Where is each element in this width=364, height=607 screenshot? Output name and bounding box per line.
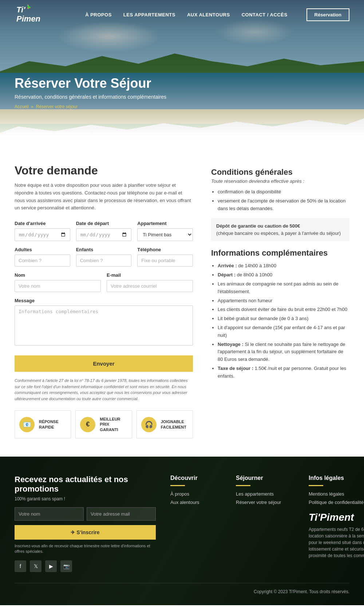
footer-link-mentions[interactable]: Mentions légales [309,491,364,497]
departure-input[interactable] [76,228,132,241]
name-input[interactable] [15,280,101,292]
phone-label: Téléphone [137,247,193,252]
main-content: Votre demande Notre équipe est à votre d… [0,146,364,457]
footer-link-apropos[interactable]: À propos [170,491,221,497]
newsletter-name-input[interactable] [15,507,84,521]
apartment-select[interactable]: Ti Piment bas Ti Piment haut [137,228,193,241]
footer-legal-title: Infos légales [309,475,364,481]
footer-logo-text: Ti'Piment [309,512,354,523]
form-row-people: Adultes Enfants Téléphone [15,247,193,267]
breadcrumb-home[interactable]: Accueil [15,104,29,109]
prix-icon: € [80,417,95,432]
apartment-label: Appartement [137,221,193,226]
social-instagram[interactable]: 📷 [60,560,72,572]
nav-a-propos[interactable]: À PROPOS [85,12,112,17]
form-section: Votre demande Notre équipe est à votre d… [15,164,193,438]
email-input[interactable] [107,280,193,292]
caution-detail: (chèque bancaire ou espèces, à payer à l… [216,230,341,236]
adults-group: Adultes [15,247,70,267]
caution-box: Dépôt de garantie ou caution de 500€ (ch… [211,218,349,241]
children-label: Enfants [76,247,132,252]
footer-grid: Recevez nos actualités et nos promotions… [15,475,349,572]
info-item: Nettoyage : Si le client ne souhaite pas… [218,341,349,363]
adults-input[interactable] [15,255,70,267]
copyright-text: Copyright © 2023 Ti'Piment. Tous droits … [254,589,349,594]
footer-legal-underline [309,485,323,486]
message-group: Message [15,298,193,347]
social-icons: f 𝕏 ▶ 📷 [15,560,156,572]
newsletter-subscribe-button[interactable]: ✈ S'inscrire [15,525,156,540]
info-item: Départ : de 8h00 à 10h00 [218,271,349,279]
name-label: Nom [15,272,101,278]
footer-link-alentours[interactable]: Aux alentours [170,500,221,505]
social-facebook[interactable]: f [15,560,26,572]
joignable-text: JOIGNABLE FACILEMENT [161,419,186,430]
condition-item: confirmation de la disponibilité [218,188,349,196]
legal-text: Conformément à l'article 27 de la loi n°… [15,378,193,402]
icon-card-joignable: 🎧 JOIGNABLE FACILEMENT [136,410,193,438]
social-youtube[interactable]: ▶ [45,560,57,572]
submit-button[interactable]: Envoyer [15,355,193,372]
site-logo[interactable]: Ti' Piment [15,1,44,28]
nav-contact-acces[interactable]: CONTACT / ACCÈS [242,12,288,17]
footer-link-confidentialite[interactable]: Politique de confidentialité [309,500,364,505]
phone-group: Téléphone [137,247,193,267]
form-row-identity: Nom E-mail [15,272,193,292]
footer-brand-desc: Appartements neufs T2 de 60m² en locatio… [309,526,364,559]
children-input[interactable] [76,255,132,267]
apartment-group: Appartement Ti Piment bas Ti Piment haut [137,221,193,241]
form-row-dates: Date d'arrivée Date de départ Appartemen… [15,221,193,241]
email-group: E-mail [107,272,193,292]
reponse-icon: 📧 [19,417,35,432]
footer-sejourner-underline [236,485,250,486]
nav-aux-alentours[interactable]: AUX ALENTOURS [187,12,230,17]
info-item: Les clients doivent éviter de faire du b… [218,306,349,314]
arrival-input[interactable] [15,228,70,241]
newsletter-note: Inscrivez-vous afin de recevoir chaque t… [15,543,156,555]
breadcrumb-current: Réserver votre séjour [36,104,78,109]
footer-newsletter: Recevez nos actualités et nos promotions… [15,475,156,572]
form-row-message: Message [15,298,193,347]
icon-card-reponse: 📧 RÉPONSE RAPIDE [15,410,71,438]
newsletter-no-spam: 100% garanti sans spam ! [15,496,156,501]
footer-link-appartements[interactable]: Les appartements [236,491,294,497]
departure-group: Date de départ [76,221,132,241]
hero-content: Réserver Votre Séjour Réservation, condi… [15,76,349,109]
footer-decouvrir: Découvrir À propos Aux alentours [170,475,221,572]
nav-les-appartements[interactable]: LES APPARTEMENTS [123,12,175,17]
hero-title: Réserver Votre Séjour [15,76,349,91]
info-title: Informations complémentaires [211,248,349,258]
info-item: Arrivée : de 14h00 à 18h00 [218,262,349,270]
newsletter-title: Recevez nos actualités et nos promotions [15,475,156,494]
arrival-group: Date d'arrivée [15,221,70,241]
reponse-text: RÉPONSE RAPIDE [39,419,59,430]
caution-title: Dépôt de garantie ou caution de 500€ [216,223,300,229]
conditions-section: Conditions générales Toute réservation d… [211,164,349,438]
social-twitter[interactable]: 𝕏 [30,560,41,572]
footer: Recevez nos actualités et nos promotions… [0,457,364,605]
conditions-list: confirmation de la disponibilité verseme… [211,188,349,212]
arrival-label: Date d'arrivée [15,221,70,226]
name-group: Nom [15,272,101,292]
newsletter-form [15,507,156,521]
footer-logo: Ti'Piment Appartements neufs T2 de 60m² … [309,512,364,559]
nav-links: À PROPOS LES APPARTEMENTS AUX ALENTOURS … [85,8,349,21]
condition-item: versement de l'acompte de réservation de… [218,197,349,213]
hero-subtitle: Réservation, conditions générales et inf… [15,94,349,100]
email-label: E-mail [107,272,193,278]
message-label: Message [15,298,193,303]
conditions-title: Conditions générales [211,167,349,177]
info-item: Taxe de séjour : 1.50€ /nuit et par pers… [218,365,349,380]
phone-input[interactable] [137,255,193,267]
footer-bottom: Copyright © 2023 Ti'Piment. Tous droits … [15,583,349,594]
prix-text: MEILLEUR PRIX GARANTI [100,417,127,432]
nav-reservation-button[interactable]: Réservation [306,8,349,21]
newsletter-email-input[interactable] [87,507,156,521]
joignable-icon: 🎧 [141,417,157,432]
svg-text:Ti': Ti' [16,5,25,14]
footer-link-reserver[interactable]: Réserver votre séjour [236,500,294,505]
info-item: Lit d'appoint sur demande (15€ par enfan… [218,324,349,339]
footer-decouvrir-title: Découvrir [170,475,221,481]
content-grid: Votre demande Notre équipe est à votre d… [15,164,349,438]
message-textarea[interactable] [15,306,193,346]
